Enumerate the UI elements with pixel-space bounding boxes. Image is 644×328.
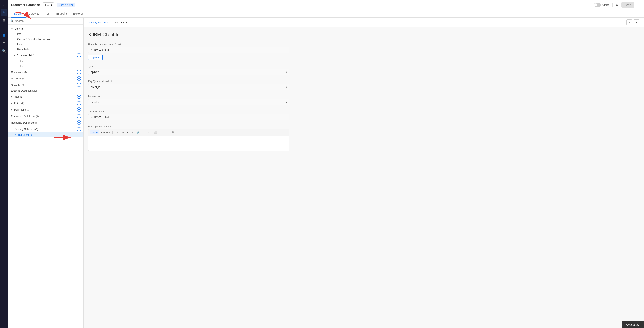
app-title: Customer Database [11, 3, 40, 7]
main-wrapper: Customer Database 1.0.0 ▾ Open API v2.0 … [8, 0, 644, 328]
more-menu-button[interactable]: ⋮ [638, 3, 641, 7]
type-select-wrapper: apiKey basic oauth2 [88, 69, 289, 75]
sidebar-item-tags[interactable]: ▶ Tags (1) + [8, 93, 83, 100]
tab-explorer[interactable]: Explorer [70, 10, 86, 17]
toolbar-image-button[interactable]: ⬜ [152, 130, 158, 134]
toolbar-strikethrough-button[interactable]: S [130, 130, 134, 134]
sidebar-item-host[interactable]: Host [8, 42, 83, 47]
key-type-group: Key Type (optional) ℹ client_id client_s… [88, 80, 289, 90]
breadcrumb-actions: ✎ </> [626, 19, 640, 25]
gear-button[interactable]: ⚙ [616, 3, 618, 7]
page-title: X-IBM-Client-Id [88, 32, 289, 37]
add-scheme-button[interactable]: + [77, 53, 81, 57]
add-param-defs-button[interactable]: + [77, 114, 81, 118]
toolbar-ol-button[interactable]: ≡⁻ [164, 130, 170, 134]
add-security-schemes-button[interactable]: + [77, 127, 81, 131]
breadcrumb-current: X-IBM-Client-Id [111, 21, 128, 24]
code-view-button[interactable]: </> [634, 19, 640, 25]
sidebar-item-response-definitions[interactable]: Response Definitions (0) + [8, 119, 83, 126]
tab-design[interactable]: Design [11, 10, 26, 17]
form-area: X-IBM-Client-Id Security Scheme Name (Ke… [84, 27, 294, 160]
offline-toggle: Offline [594, 3, 610, 7]
openapi-badge[interactable]: Open API v2.0 [57, 3, 75, 7]
version-selector[interactable]: 1.0.0 ▾ [43, 2, 54, 7]
icon-bar: ⌂ ✎ ⊞ ☰ 👤 ⚙ 🔍 [0, 0, 8, 328]
breadcrumb-parent[interactable]: Security Schemes [88, 21, 108, 24]
toolbar-link-button[interactable]: 🔗 [135, 130, 141, 134]
add-produces-button[interactable]: + [77, 76, 81, 81]
general-label: General [14, 27, 81, 30]
add-tags-button[interactable]: + [77, 95, 81, 99]
toolbar-italic-button[interactable]: I [126, 130, 130, 134]
sidebar: 🔍 ▼ General Info OpenAPI Specification V… [8, 17, 84, 328]
located-in-select[interactable]: header query [88, 99, 289, 105]
sidebar-item-definitions[interactable]: ▶ Definitions (1) + [8, 106, 83, 113]
sidebar-item-https[interactable]: https [8, 64, 83, 69]
search-icon: 🔍 [10, 19, 14, 22]
sidebar-item-security[interactable]: Security (0) + [8, 82, 83, 88]
toolbar-bold-button[interactable]: B [120, 130, 125, 134]
info-icon[interactable]: ℹ [111, 80, 112, 83]
home-icon[interactable]: ⌂ [0, 1, 8, 8]
sidebar-item-schemes-list[interactable]: ▼ Schemes List (2) + [8, 52, 83, 58]
sidebar-item-parameter-definitions[interactable]: Parameter Definitions (0) + [8, 113, 83, 119]
sidebar-item-openapi-version[interactable]: OpenAPI Specification Version [8, 36, 83, 42]
sidebar-item-http[interactable]: http [8, 58, 83, 64]
add-security-button[interactable]: + [77, 83, 81, 87]
chevron-right-icon: ▶ [11, 96, 12, 98]
list-icon[interactable]: ☰ [0, 24, 8, 31]
grid-icon[interactable]: ⊞ [0, 17, 8, 24]
update-button[interactable]: Update [88, 55, 103, 60]
key-type-select-wrapper: client_id client_secret [88, 84, 289, 90]
content-area: 🔍 ▼ General Info OpenAPI Specification V… [8, 17, 644, 328]
key-type-select[interactable]: client_id client_secret [88, 84, 289, 90]
search-input[interactable] [15, 19, 81, 22]
version-value: 1.0.0 [44, 3, 50, 6]
search-nav-icon[interactable]: 🔍 [0, 47, 8, 54]
add-resp-defs-button[interactable]: + [77, 121, 81, 125]
located-in-group: Located In header query [88, 95, 289, 105]
edit-view-button[interactable]: ✎ [626, 19, 632, 25]
offline-switch[interactable] [594, 3, 601, 7]
sidebar-item-security-schemes[interactable]: ▼ Security Schemes (1) + [8, 126, 83, 132]
get-started-banner[interactable]: Get started [622, 321, 644, 328]
tab-test[interactable]: Test [42, 10, 53, 17]
toolbar-ul-button[interactable]: ≡ [159, 130, 164, 134]
sidebar-item-xibm-client-id[interactable]: X-IBM-Client-Id [8, 132, 83, 138]
located-in-label: Located In [88, 95, 289, 98]
variable-name-input[interactable] [88, 114, 289, 121]
toolbar-tt-button[interactable]: TT [114, 130, 120, 134]
main-panel: Security Schemes / X-IBM-Client-Id ✎ </>… [84, 17, 644, 328]
sidebar-item-base-path[interactable]: Base Path [8, 47, 83, 52]
editor-preview-tab[interactable]: Preview [100, 130, 111, 134]
security-scheme-name-label: Security Scheme Name (Key) [88, 43, 289, 45]
chevron-right-icon: ▶ [11, 102, 12, 104]
sidebar-item-general[interactable]: ▼ General [8, 26, 83, 31]
security-scheme-name-input[interactable] [88, 47, 289, 53]
save-button[interactable]: Save [622, 2, 634, 8]
tab-gateway[interactable]: Gateway [26, 10, 42, 17]
editor-write-tab[interactable]: Write [90, 130, 99, 134]
add-definitions-button[interactable]: + [77, 108, 81, 112]
sidebar-item-produces[interactable]: Produces (0) + [8, 75, 83, 82]
people-icon[interactable]: 👤 [0, 32, 8, 39]
description-editor[interactable] [88, 136, 289, 151]
sidebar-item-consumes[interactable]: Consumes (0) + [8, 69, 83, 75]
sidebar-item-info[interactable]: Info [8, 31, 83, 36]
sidebar-item-paths[interactable]: ▶ Paths (2) + [8, 100, 83, 106]
add-paths-button[interactable]: + [77, 101, 81, 105]
variable-name-label: Variable name [88, 110, 289, 113]
sidebar-item-external-docs[interactable]: External Documentation [8, 88, 83, 93]
toolbar-code-button[interactable]: <> [146, 130, 152, 134]
chevron-down-icon: ▼ [11, 28, 13, 30]
toolbar-quote-button[interactable]: ❝ [141, 130, 146, 134]
settings-icon[interactable]: ⚙ [0, 40, 8, 47]
editor-toolbar: Write Preview TT B I S 🔗 ❝ <> ⬜ ≡ ≡⁻ ☑ [88, 129, 289, 136]
edit-icon[interactable]: ✎ [0, 9, 8, 16]
tab-endpoint[interactable]: Endpoint [53, 10, 70, 17]
breadcrumb-separator: / [109, 21, 110, 24]
toolbar-task-button[interactable]: ☑ [170, 130, 175, 134]
chevron-down-icon: ▼ [14, 54, 15, 56]
type-select[interactable]: apiKey basic oauth2 [88, 69, 289, 75]
add-consumes-button[interactable]: + [77, 70, 81, 74]
